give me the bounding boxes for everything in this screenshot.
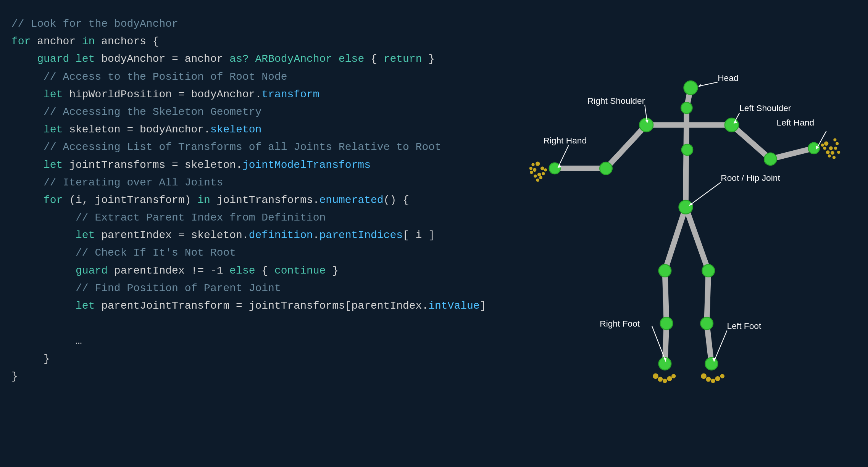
code-line: // Accessing List of Transforms of all J… — [11, 138, 486, 156]
svg-point-23 — [530, 171, 533, 174]
svg-point-55 — [663, 378, 667, 383]
code-line: guard parentIndex != -1 else { continue … — [11, 262, 486, 280]
svg-point-31 — [828, 155, 831, 158]
code-line: // Accessing the Skeleton Geometry — [11, 103, 486, 121]
svg-point-40 — [725, 118, 739, 132]
svg-point-13 — [536, 161, 540, 166]
svg-line-71 — [816, 131, 826, 149]
code-line: // Extract Parent Index from Definition — [11, 209, 486, 227]
svg-point-28 — [831, 151, 834, 155]
code-line: guard let bodyAnchor = anchor as? ARBody… — [11, 50, 486, 68]
svg-marker-64 — [699, 84, 701, 87]
code-line: // Iterating over All Joints — [11, 174, 486, 192]
hip-label: Root / Hip Joint — [721, 173, 781, 183]
code-line: let skeleton = bodyAnchor.skeleton — [11, 121, 486, 138]
svg-point-26 — [829, 147, 833, 150]
code-line: } — [11, 368, 486, 385]
code-block: // Look for the bodyAnchor for anchor in… — [11, 15, 486, 385]
code-line: } — [11, 350, 486, 368]
svg-point-36 — [834, 138, 837, 141]
svg-point-42 — [549, 163, 560, 174]
code-line: // Check If It's Not Root — [11, 244, 486, 262]
svg-line-5 — [686, 207, 708, 271]
code-line: let parentIndex = skeleton.definition.pa… — [11, 227, 486, 244]
svg-point-18 — [542, 172, 545, 175]
svg-point-25 — [824, 142, 828, 146]
svg-point-17 — [532, 163, 535, 166]
svg-line-6 — [707, 271, 708, 324]
svg-point-59 — [706, 377, 711, 382]
svg-point-34 — [823, 147, 826, 150]
svg-point-37 — [684, 81, 698, 95]
svg-line-3 — [665, 271, 666, 324]
right-hand-label: Right Hand — [544, 135, 587, 145]
skeleton-diagram: Head Right Shoulder Left Shoulder Right … — [497, 0, 868, 467]
svg-point-58 — [701, 374, 707, 379]
svg-line-2 — [665, 207, 686, 271]
svg-point-50 — [702, 264, 715, 277]
svg-line-9 — [606, 125, 647, 168]
code-line: // Look for the bodyAnchor — [11, 15, 486, 33]
svg-point-35 — [821, 143, 824, 147]
right-foot-label: Right Foot — [600, 319, 641, 329]
svg-line-63 — [699, 82, 718, 86]
svg-point-51 — [701, 317, 713, 330]
svg-point-60 — [711, 378, 715, 383]
svg-point-21 — [539, 176, 542, 179]
svg-point-29 — [834, 147, 837, 150]
svg-point-52 — [705, 357, 718, 370]
svg-point-43 — [765, 153, 777, 166]
svg-point-15 — [533, 168, 537, 172]
svg-point-22 — [536, 179, 539, 182]
svg-point-47 — [659, 264, 671, 277]
svg-point-14 — [540, 166, 544, 170]
svg-point-19 — [534, 175, 537, 178]
svg-point-41 — [600, 162, 613, 175]
left-hand-label: Left Hand — [777, 118, 815, 127]
code-line: let jointTransforms = skeleton.jointMode… — [11, 156, 486, 174]
svg-line-69 — [558, 145, 569, 167]
code-line: … — [11, 332, 486, 350]
code-line: let parentJointTransform = jointTransfor… — [11, 297, 486, 315]
svg-point-61 — [715, 376, 720, 381]
svg-point-48 — [660, 317, 673, 330]
svg-point-54 — [658, 377, 663, 382]
code-line: for anchor in anchors { — [11, 33, 486, 50]
left-foot-label: Left Foot — [727, 321, 762, 331]
code-line: for (i, jointTransform) in jointTransfor… — [11, 192, 486, 209]
svg-line-73 — [689, 182, 721, 206]
code-line: let hipWorldPosition = bodyAnchor.transf… — [11, 86, 486, 103]
svg-line-77 — [714, 330, 727, 361]
code-panel: // Look for the bodyAnchor for anchor in… — [0, 0, 497, 467]
svg-point-62 — [720, 374, 724, 378]
svg-point-20 — [529, 167, 532, 170]
svg-point-56 — [667, 376, 672, 381]
svg-point-32 — [833, 156, 836, 159]
svg-point-27 — [826, 150, 830, 154]
code-line — [11, 315, 486, 332]
svg-point-16 — [537, 173, 541, 177]
svg-point-45 — [682, 144, 693, 155]
svg-point-24 — [544, 168, 547, 171]
code-line: // Access to the Position of Root Node — [11, 68, 486, 86]
svg-point-57 — [671, 374, 676, 378]
left-shoulder-label: Left Shoulder — [739, 103, 791, 113]
svg-point-53 — [653, 374, 659, 379]
svg-point-38 — [681, 102, 692, 113]
svg-point-30 — [836, 142, 839, 145]
code-line: // Find Position of Parent Joint — [11, 280, 486, 297]
svg-point-46 — [679, 200, 693, 214]
head-label: Head — [718, 73, 739, 83]
svg-line-12 — [771, 148, 814, 159]
svg-line-11 — [732, 125, 771, 159]
right-shoulder-label: Right Shoulder — [587, 96, 645, 106]
svg-point-33 — [837, 151, 841, 154]
skeleton-panel: Head Right Shoulder Left Shoulder Right … — [497, 0, 868, 467]
